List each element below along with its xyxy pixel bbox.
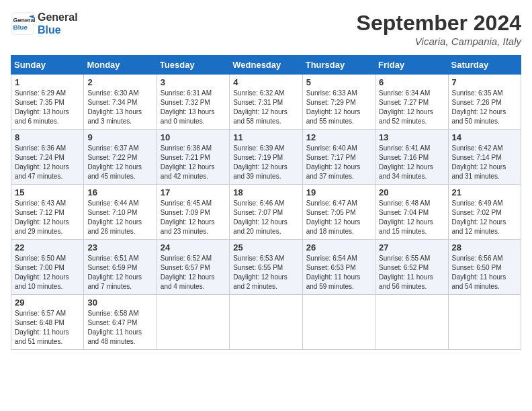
day-number: 4 bbox=[233, 77, 298, 87]
week-row-3: 15Sunrise: 6:43 AMSunset: 7:12 PMDayligh… bbox=[11, 185, 521, 240]
cell-info: Sunrise: 6:33 AMSunset: 7:29 PMDaylight:… bbox=[306, 89, 371, 126]
day-cell: 23Sunrise: 6:51 AMSunset: 6:59 PMDayligh… bbox=[84, 240, 157, 295]
day-number: 12 bbox=[306, 132, 371, 142]
day-cell: 22Sunrise: 6:50 AMSunset: 7:00 PMDayligh… bbox=[11, 240, 84, 295]
calendar-table: SundayMondayTuesdayWednesdayThursdayFrid… bbox=[11, 55, 521, 350]
cell-info: Sunrise: 6:58 AMSunset: 6:47 PMDaylight:… bbox=[87, 309, 152, 347]
cell-info: Sunrise: 6:41 AMSunset: 7:16 PMDaylight:… bbox=[379, 144, 444, 181]
cell-info: Sunrise: 6:37 AMSunset: 7:22 PMDaylight:… bbox=[87, 144, 152, 181]
cell-info: Sunrise: 6:34 AMSunset: 7:27 PMDaylight:… bbox=[379, 89, 444, 126]
day-cell: 24Sunrise: 6:52 AMSunset: 6:57 PMDayligh… bbox=[157, 240, 229, 295]
svg-text:Blue: Blue bbox=[13, 24, 28, 31]
day-number: 13 bbox=[379, 132, 444, 142]
cell-info: Sunrise: 6:54 AMSunset: 6:53 PMDaylight:… bbox=[306, 254, 371, 291]
day-number: 26 bbox=[306, 242, 371, 253]
day-cell bbox=[230, 295, 302, 350]
cell-info: Sunrise: 6:46 AMSunset: 7:07 PMDaylight:… bbox=[233, 199, 298, 236]
cell-info: Sunrise: 6:52 AMSunset: 6:57 PMDaylight:… bbox=[161, 254, 226, 291]
day-number: 30 bbox=[87, 298, 152, 308]
month-title: September 2024 bbox=[357, 11, 521, 36]
svg-text:General: General bbox=[13, 17, 35, 24]
day-number: 15 bbox=[15, 187, 80, 197]
col-header-wednesday: Wednesday bbox=[230, 56, 302, 75]
day-number: 28 bbox=[452, 242, 517, 253]
day-cell: 10Sunrise: 6:38 AMSunset: 7:21 PMDayligh… bbox=[157, 130, 229, 185]
day-cell: 13Sunrise: 6:41 AMSunset: 7:16 PMDayligh… bbox=[375, 130, 448, 185]
cell-info: Sunrise: 6:40 AMSunset: 7:17 PMDaylight:… bbox=[306, 144, 371, 181]
cell-info: Sunrise: 6:30 AMSunset: 7:34 PMDaylight:… bbox=[87, 89, 152, 126]
day-number: 24 bbox=[161, 242, 226, 253]
day-cell: 27Sunrise: 6:55 AMSunset: 6:52 PMDayligh… bbox=[375, 240, 448, 295]
day-number: 8 bbox=[15, 132, 80, 142]
day-cell: 9Sunrise: 6:37 AMSunset: 7:22 PMDaylight… bbox=[84, 130, 157, 185]
cell-info: Sunrise: 6:57 AMSunset: 6:48 PMDaylight:… bbox=[15, 309, 80, 347]
cell-info: Sunrise: 6:48 AMSunset: 7:04 PMDaylight:… bbox=[379, 199, 444, 236]
day-cell bbox=[448, 295, 521, 350]
title-block: September 2024 Vicaria, Campania, Italy bbox=[357, 11, 521, 47]
cell-info: Sunrise: 6:29 AMSunset: 7:35 PMDaylight:… bbox=[15, 89, 80, 126]
cell-info: Sunrise: 6:49 AMSunset: 7:02 PMDaylight:… bbox=[452, 199, 517, 236]
day-number: 10 bbox=[161, 132, 226, 142]
day-cell: 4Sunrise: 6:32 AMSunset: 7:31 PMDaylight… bbox=[230, 75, 302, 130]
day-number: 29 bbox=[15, 298, 80, 308]
day-number: 18 bbox=[233, 187, 298, 197]
day-cell: 21Sunrise: 6:49 AMSunset: 7:02 PMDayligh… bbox=[448, 185, 521, 240]
day-number: 5 bbox=[306, 77, 371, 87]
calendar-header-row: SundayMondayTuesdayWednesdayThursdayFrid… bbox=[11, 56, 521, 75]
day-cell: 2Sunrise: 6:30 AMSunset: 7:34 PMDaylight… bbox=[84, 75, 157, 130]
logo-icon: General Blue bbox=[11, 11, 35, 36]
day-cell: 20Sunrise: 6:48 AMSunset: 7:04 PMDayligh… bbox=[375, 185, 448, 240]
day-number: 7 bbox=[452, 77, 517, 87]
day-cell bbox=[375, 295, 448, 350]
day-number: 3 bbox=[161, 77, 226, 87]
cell-info: Sunrise: 6:42 AMSunset: 7:14 PMDaylight:… bbox=[452, 144, 517, 181]
cell-info: Sunrise: 6:36 AMSunset: 7:24 PMDaylight:… bbox=[15, 144, 80, 181]
day-number: 23 bbox=[87, 242, 152, 253]
day-cell: 18Sunrise: 6:46 AMSunset: 7:07 PMDayligh… bbox=[230, 185, 302, 240]
day-cell: 15Sunrise: 6:43 AMSunset: 7:12 PMDayligh… bbox=[11, 185, 84, 240]
day-number: 14 bbox=[452, 132, 517, 142]
day-number: 16 bbox=[87, 187, 152, 197]
col-header-saturday: Saturday bbox=[448, 56, 521, 75]
location: Vicaria, Campania, Italy bbox=[357, 36, 521, 47]
day-number: 2 bbox=[87, 77, 152, 87]
cell-info: Sunrise: 6:55 AMSunset: 6:52 PMDaylight:… bbox=[379, 254, 444, 291]
logo-blue: Blue bbox=[38, 24, 78, 36]
day-number: 20 bbox=[379, 187, 444, 197]
day-cell bbox=[302, 295, 375, 350]
logo-general: General bbox=[38, 11, 78, 24]
day-cell: 28Sunrise: 6:56 AMSunset: 6:50 PMDayligh… bbox=[448, 240, 521, 295]
page-header: General Blue General Blue September 2024… bbox=[11, 11, 521, 47]
day-cell: 12Sunrise: 6:40 AMSunset: 7:17 PMDayligh… bbox=[302, 130, 375, 185]
day-number: 17 bbox=[161, 187, 226, 197]
week-row-5: 29Sunrise: 6:57 AMSunset: 6:48 PMDayligh… bbox=[11, 295, 521, 350]
day-cell: 17Sunrise: 6:45 AMSunset: 7:09 PMDayligh… bbox=[157, 185, 229, 240]
day-cell: 1Sunrise: 6:29 AMSunset: 7:35 PMDaylight… bbox=[11, 75, 84, 130]
cell-info: Sunrise: 6:47 AMSunset: 7:05 PMDaylight:… bbox=[306, 199, 371, 236]
day-cell: 7Sunrise: 6:35 AMSunset: 7:26 PMDaylight… bbox=[448, 75, 521, 130]
day-cell: 26Sunrise: 6:54 AMSunset: 6:53 PMDayligh… bbox=[302, 240, 375, 295]
week-row-4: 22Sunrise: 6:50 AMSunset: 7:00 PMDayligh… bbox=[11, 240, 521, 295]
day-cell: 5Sunrise: 6:33 AMSunset: 7:29 PMDaylight… bbox=[302, 75, 375, 130]
day-cell: 19Sunrise: 6:47 AMSunset: 7:05 PMDayligh… bbox=[302, 185, 375, 240]
col-header-sunday: Sunday bbox=[11, 56, 84, 75]
day-cell: 25Sunrise: 6:53 AMSunset: 6:55 PMDayligh… bbox=[230, 240, 302, 295]
day-number: 9 bbox=[87, 132, 152, 142]
col-header-friday: Friday bbox=[375, 56, 448, 75]
cell-info: Sunrise: 6:32 AMSunset: 7:31 PMDaylight:… bbox=[233, 89, 298, 126]
day-number: 22 bbox=[15, 242, 80, 253]
week-row-1: 1Sunrise: 6:29 AMSunset: 7:35 PMDaylight… bbox=[11, 75, 521, 130]
day-number: 21 bbox=[452, 187, 517, 197]
col-header-monday: Monday bbox=[84, 56, 157, 75]
cell-info: Sunrise: 6:35 AMSunset: 7:26 PMDaylight:… bbox=[452, 89, 517, 126]
week-row-2: 8Sunrise: 6:36 AMSunset: 7:24 PMDaylight… bbox=[11, 130, 521, 185]
cell-info: Sunrise: 6:43 AMSunset: 7:12 PMDaylight:… bbox=[15, 199, 80, 236]
day-number: 1 bbox=[15, 77, 80, 87]
cell-info: Sunrise: 6:50 AMSunset: 7:00 PMDaylight:… bbox=[15, 254, 80, 291]
day-cell: 11Sunrise: 6:39 AMSunset: 7:19 PMDayligh… bbox=[230, 130, 302, 185]
day-cell: 14Sunrise: 6:42 AMSunset: 7:14 PMDayligh… bbox=[448, 130, 521, 185]
cell-info: Sunrise: 6:53 AMSunset: 6:55 PMDaylight:… bbox=[233, 254, 298, 291]
day-number: 27 bbox=[379, 242, 444, 253]
day-number: 6 bbox=[379, 77, 444, 87]
day-cell: 8Sunrise: 6:36 AMSunset: 7:24 PMDaylight… bbox=[11, 130, 84, 185]
